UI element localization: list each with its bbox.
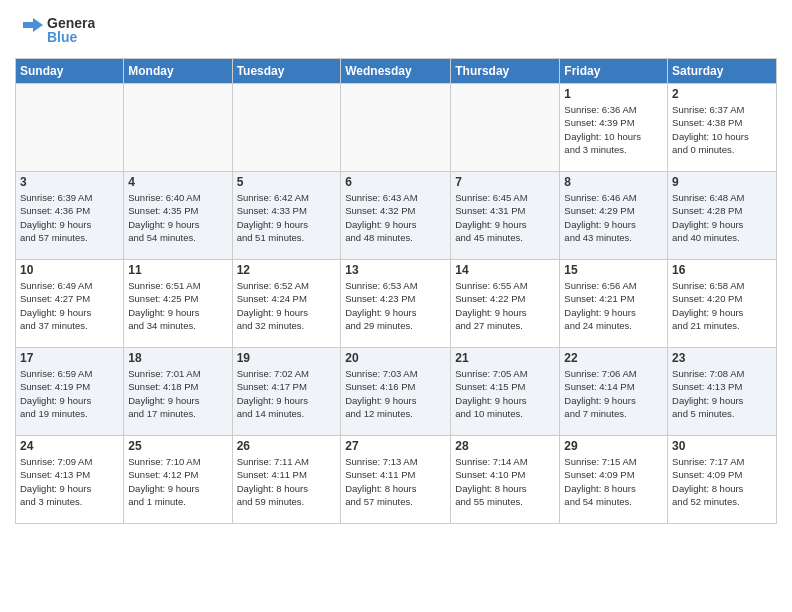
- logo-svg: GeneralBlue: [15, 10, 95, 50]
- calendar-day-cell: 12Sunrise: 6:52 AM Sunset: 4:24 PM Dayli…: [232, 260, 341, 348]
- day-number: 8: [564, 175, 663, 189]
- calendar-day-cell: 7Sunrise: 6:45 AM Sunset: 4:31 PM Daylig…: [451, 172, 560, 260]
- day-number: 14: [455, 263, 555, 277]
- day-info: Sunrise: 6:36 AM Sunset: 4:39 PM Dayligh…: [564, 103, 663, 156]
- day-number: 25: [128, 439, 227, 453]
- calendar-day-cell: 26Sunrise: 7:11 AM Sunset: 4:11 PM Dayli…: [232, 436, 341, 524]
- day-info: Sunrise: 7:08 AM Sunset: 4:13 PM Dayligh…: [672, 367, 772, 420]
- calendar-day-cell: 11Sunrise: 6:51 AM Sunset: 4:25 PM Dayli…: [124, 260, 232, 348]
- day-number: 3: [20, 175, 119, 189]
- calendar-day-cell: 4Sunrise: 6:40 AM Sunset: 4:35 PM Daylig…: [124, 172, 232, 260]
- weekday-header-row: SundayMondayTuesdayWednesdayThursdayFrid…: [16, 59, 777, 84]
- day-info: Sunrise: 6:49 AM Sunset: 4:27 PM Dayligh…: [20, 279, 119, 332]
- calendar-day-cell: 1Sunrise: 6:36 AM Sunset: 4:39 PM Daylig…: [560, 84, 668, 172]
- calendar-day-cell: 30Sunrise: 7:17 AM Sunset: 4:09 PM Dayli…: [668, 436, 777, 524]
- calendar-day-cell: 24Sunrise: 7:09 AM Sunset: 4:13 PM Dayli…: [16, 436, 124, 524]
- day-number: 9: [672, 175, 772, 189]
- calendar-day-cell: 25Sunrise: 7:10 AM Sunset: 4:12 PM Dayli…: [124, 436, 232, 524]
- calendar-day-cell: 19Sunrise: 7:02 AM Sunset: 4:17 PM Dayli…: [232, 348, 341, 436]
- day-number: 13: [345, 263, 446, 277]
- calendar-week-3: 10Sunrise: 6:49 AM Sunset: 4:27 PM Dayli…: [16, 260, 777, 348]
- calendar-day-cell: 8Sunrise: 6:46 AM Sunset: 4:29 PM Daylig…: [560, 172, 668, 260]
- weekday-header-saturday: Saturday: [668, 59, 777, 84]
- day-info: Sunrise: 7:14 AM Sunset: 4:10 PM Dayligh…: [455, 455, 555, 508]
- weekday-header-wednesday: Wednesday: [341, 59, 451, 84]
- calendar-day-cell: 27Sunrise: 7:13 AM Sunset: 4:11 PM Dayli…: [341, 436, 451, 524]
- page-header: GeneralBlue: [15, 10, 777, 50]
- day-number: 1: [564, 87, 663, 101]
- day-info: Sunrise: 6:58 AM Sunset: 4:20 PM Dayligh…: [672, 279, 772, 332]
- day-info: Sunrise: 6:53 AM Sunset: 4:23 PM Dayligh…: [345, 279, 446, 332]
- calendar-day-cell: 5Sunrise: 6:42 AM Sunset: 4:33 PM Daylig…: [232, 172, 341, 260]
- day-info: Sunrise: 6:37 AM Sunset: 4:38 PM Dayligh…: [672, 103, 772, 156]
- day-number: 24: [20, 439, 119, 453]
- calendar-week-5: 24Sunrise: 7:09 AM Sunset: 4:13 PM Dayli…: [16, 436, 777, 524]
- svg-marker-1: [33, 18, 43, 32]
- day-number: 4: [128, 175, 227, 189]
- calendar-day-cell: 10Sunrise: 6:49 AM Sunset: 4:27 PM Dayli…: [16, 260, 124, 348]
- day-number: 29: [564, 439, 663, 453]
- calendar-day-cell: 17Sunrise: 6:59 AM Sunset: 4:19 PM Dayli…: [16, 348, 124, 436]
- day-number: 11: [128, 263, 227, 277]
- day-number: 20: [345, 351, 446, 365]
- page-container: GeneralBlue SundayMondayTuesdayWednesday…: [0, 0, 792, 534]
- day-number: 5: [237, 175, 337, 189]
- day-number: 19: [237, 351, 337, 365]
- weekday-header-friday: Friday: [560, 59, 668, 84]
- day-info: Sunrise: 7:01 AM Sunset: 4:18 PM Dayligh…: [128, 367, 227, 420]
- calendar-week-4: 17Sunrise: 6:59 AM Sunset: 4:19 PM Dayli…: [16, 348, 777, 436]
- day-info: Sunrise: 7:02 AM Sunset: 4:17 PM Dayligh…: [237, 367, 337, 420]
- day-info: Sunrise: 7:05 AM Sunset: 4:15 PM Dayligh…: [455, 367, 555, 420]
- calendar-day-cell: [451, 84, 560, 172]
- day-info: Sunrise: 7:11 AM Sunset: 4:11 PM Dayligh…: [237, 455, 337, 508]
- weekday-header-thursday: Thursday: [451, 59, 560, 84]
- day-info: Sunrise: 6:52 AM Sunset: 4:24 PM Dayligh…: [237, 279, 337, 332]
- calendar-day-cell: 18Sunrise: 7:01 AM Sunset: 4:18 PM Dayli…: [124, 348, 232, 436]
- day-number: 22: [564, 351, 663, 365]
- svg-text:Blue: Blue: [47, 29, 78, 45]
- day-info: Sunrise: 7:13 AM Sunset: 4:11 PM Dayligh…: [345, 455, 446, 508]
- calendar-day-cell: 15Sunrise: 6:56 AM Sunset: 4:21 PM Dayli…: [560, 260, 668, 348]
- calendar-day-cell: 6Sunrise: 6:43 AM Sunset: 4:32 PM Daylig…: [341, 172, 451, 260]
- day-number: 26: [237, 439, 337, 453]
- day-info: Sunrise: 6:45 AM Sunset: 4:31 PM Dayligh…: [455, 191, 555, 244]
- day-number: 10: [20, 263, 119, 277]
- calendar-day-cell: 2Sunrise: 6:37 AM Sunset: 4:38 PM Daylig…: [668, 84, 777, 172]
- day-number: 15: [564, 263, 663, 277]
- day-number: 12: [237, 263, 337, 277]
- calendar-day-cell: [16, 84, 124, 172]
- day-info: Sunrise: 6:59 AM Sunset: 4:19 PM Dayligh…: [20, 367, 119, 420]
- calendar-day-cell: [341, 84, 451, 172]
- day-info: Sunrise: 6:48 AM Sunset: 4:28 PM Dayligh…: [672, 191, 772, 244]
- day-number: 30: [672, 439, 772, 453]
- calendar-day-cell: [232, 84, 341, 172]
- logo: GeneralBlue: [15, 10, 95, 50]
- calendar-day-cell: 16Sunrise: 6:58 AM Sunset: 4:20 PM Dayli…: [668, 260, 777, 348]
- day-info: Sunrise: 7:17 AM Sunset: 4:09 PM Dayligh…: [672, 455, 772, 508]
- calendar-week-2: 3Sunrise: 6:39 AM Sunset: 4:36 PM Daylig…: [16, 172, 777, 260]
- day-info: Sunrise: 6:43 AM Sunset: 4:32 PM Dayligh…: [345, 191, 446, 244]
- calendar-day-cell: 20Sunrise: 7:03 AM Sunset: 4:16 PM Dayli…: [341, 348, 451, 436]
- calendar-day-cell: 23Sunrise: 7:08 AM Sunset: 4:13 PM Dayli…: [668, 348, 777, 436]
- day-info: Sunrise: 7:10 AM Sunset: 4:12 PM Dayligh…: [128, 455, 227, 508]
- calendar-day-cell: 9Sunrise: 6:48 AM Sunset: 4:28 PM Daylig…: [668, 172, 777, 260]
- calendar-day-cell: 28Sunrise: 7:14 AM Sunset: 4:10 PM Dayli…: [451, 436, 560, 524]
- calendar-day-cell: 22Sunrise: 7:06 AM Sunset: 4:14 PM Dayli…: [560, 348, 668, 436]
- calendar-table: SundayMondayTuesdayWednesdayThursdayFrid…: [15, 58, 777, 524]
- day-number: 16: [672, 263, 772, 277]
- weekday-header-sunday: Sunday: [16, 59, 124, 84]
- weekday-header-monday: Monday: [124, 59, 232, 84]
- day-info: Sunrise: 6:55 AM Sunset: 4:22 PM Dayligh…: [455, 279, 555, 332]
- day-info: Sunrise: 6:42 AM Sunset: 4:33 PM Dayligh…: [237, 191, 337, 244]
- day-number: 23: [672, 351, 772, 365]
- calendar-day-cell: 21Sunrise: 7:05 AM Sunset: 4:15 PM Dayli…: [451, 348, 560, 436]
- day-number: 28: [455, 439, 555, 453]
- day-number: 27: [345, 439, 446, 453]
- calendar-day-cell: 13Sunrise: 6:53 AM Sunset: 4:23 PM Dayli…: [341, 260, 451, 348]
- day-info: Sunrise: 7:03 AM Sunset: 4:16 PM Dayligh…: [345, 367, 446, 420]
- day-info: Sunrise: 6:51 AM Sunset: 4:25 PM Dayligh…: [128, 279, 227, 332]
- weekday-header-tuesday: Tuesday: [232, 59, 341, 84]
- calendar-day-cell: 29Sunrise: 7:15 AM Sunset: 4:09 PM Dayli…: [560, 436, 668, 524]
- calendar-day-cell: 14Sunrise: 6:55 AM Sunset: 4:22 PM Dayli…: [451, 260, 560, 348]
- day-info: Sunrise: 7:15 AM Sunset: 4:09 PM Dayligh…: [564, 455, 663, 508]
